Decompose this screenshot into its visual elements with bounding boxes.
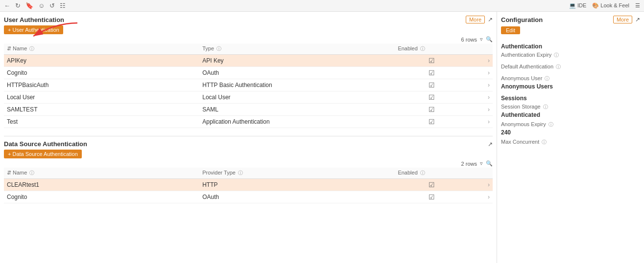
row-type: SAML (199, 104, 395, 116)
ds-filter-icon[interactable]: ▿ (480, 160, 483, 167)
table-row[interactable]: Test Application Authentication ☑ › (4, 116, 493, 128)
table-row[interactable]: HTTPBasicAuth HTTP Basic Authentication … (4, 79, 493, 91)
row-name: APIKey (4, 55, 199, 67)
checkbox-icon[interactable]: ☑ (429, 93, 435, 101)
user-auth-title: User Authentication (4, 16, 64, 23)
auth-subsection-title: Authentication (501, 43, 640, 50)
checkbox-icon[interactable]: ☑ (429, 106, 435, 113)
ds-checkbox-icon[interactable]: ☑ (429, 181, 435, 189)
anonymous-user-value: Anonymous Users (501, 83, 640, 90)
ide-label[interactable]: 💻 IDE (569, 2, 586, 9)
anonymous-user-info-icon: ⓘ (545, 76, 549, 81)
checkbox-icon[interactable]: ☑ (429, 118, 435, 126)
row-name: Test (4, 116, 199, 128)
row-name: HTTPBasicAuth (4, 79, 199, 91)
row-arrow[interactable]: › (468, 91, 493, 104)
row-expand-icon: › (488, 69, 490, 76)
session-storage-field: Session Storage ⓘ Authenticated (501, 104, 640, 118)
ds-row-arrow[interactable]: › (468, 179, 493, 191)
search-icon[interactable]: 🔍 (486, 36, 493, 43)
grid-icon[interactable]: ☷ (60, 2, 66, 9)
row-arrow[interactable]: › (468, 55, 493, 67)
anonymous-expiry-label: Anonymous Expiry ⓘ (501, 121, 640, 128)
row-expand-icon: › (488, 94, 490, 101)
row-type: HTTP Basic Authentication (199, 79, 395, 91)
config-more-button[interactable]: More (613, 16, 632, 23)
row-expand-icon: › (488, 106, 490, 113)
ds-row-provider-type: HTTP (199, 179, 395, 191)
data-source-expand-icon[interactable]: ↗ (488, 141, 493, 148)
default-auth-info-icon: ⓘ (556, 64, 561, 69)
table-row[interactable]: APIKey API Key ☑ › (4, 55, 493, 67)
top-bar-left: ← ↻ 🔖 ☺ ↺ ☷ (4, 2, 66, 9)
row-expand-icon: › (488, 82, 490, 88)
ds-row-expand-icon: › (488, 181, 490, 188)
ds-type-info-icon: ⓘ (238, 170, 243, 175)
user-auth-more-button[interactable]: More (466, 16, 485, 23)
user-auth-table: ⇵ Name ⓘ Type ⓘ Enabled ⓘ (4, 44, 493, 128)
user-icon[interactable]: ☺ (38, 2, 45, 9)
filter-icon[interactable]: ▿ (480, 36, 483, 43)
refresh-icon[interactable]: ↻ (15, 2, 21, 9)
ds-row-arrow[interactable]: › (468, 191, 493, 203)
look-feel-label[interactable]: 🎨 Look & Feel (592, 2, 629, 9)
row-name: SAMLTEST (4, 104, 199, 116)
row-enabled: ☑ (395, 91, 468, 104)
table-row[interactable]: SAMLTEST SAML ☑ › (4, 104, 493, 116)
add-user-auth-button[interactable]: + User Authentication (4, 25, 63, 34)
checkbox-icon[interactable]: ☑ (429, 57, 435, 65)
ds-search-icon[interactable]: 🔍 (486, 160, 493, 167)
session-storage-label: Session Storage ⓘ (501, 104, 640, 110)
ds-col-header-provider-type: Provider Type ⓘ (199, 168, 395, 179)
table-row[interactable]: Local User Local User ☑ › (4, 91, 493, 104)
data-source-auth-table: ⇵ Name ⓘ Provider Type ⓘ Enabled ⓘ (4, 168, 493, 203)
sessions-subsection-title: Sessions (501, 95, 640, 102)
row-arrow[interactable]: › (468, 79, 493, 91)
name-info-icon: ⓘ (29, 46, 34, 51)
user-auth-section: User Authentication More ↗ + User Authen (4, 16, 493, 128)
menu-icon[interactable]: ☰ (635, 2, 640, 9)
config-edit-button[interactable]: Edit (501, 26, 520, 34)
back-icon[interactable]: ← (4, 2, 10, 9)
row-type: API Key (199, 55, 395, 67)
config-expand-icon[interactable]: ↗ (635, 16, 640, 23)
ds-row-enabled: ☑ (395, 191, 468, 203)
ds-checkbox-icon[interactable]: ☑ (429, 193, 435, 201)
auth-expiry-info-icon: ⓘ (554, 52, 559, 58)
table-row[interactable]: Cognito OAuth ☑ › (4, 191, 493, 203)
row-arrow[interactable]: › (468, 67, 493, 79)
ds-enabled-info-icon: ⓘ (420, 170, 425, 175)
left-panel: User Authentication More ↗ + User Authen (0, 12, 497, 263)
row-arrow[interactable]: › (468, 104, 493, 116)
data-source-auth-table-header: ⇵ Name ⓘ Provider Type ⓘ Enabled ⓘ (4, 168, 493, 179)
row-enabled: ☑ (395, 79, 468, 91)
row-type: OAuth (199, 67, 395, 79)
row-enabled: ☑ (395, 67, 468, 79)
row-enabled: ☑ (395, 104, 468, 116)
table-row[interactable]: Cognito OAuth ☑ › (4, 67, 493, 79)
row-type: Application Authentication (199, 116, 395, 128)
max-concurrent-info-icon: ⓘ (542, 139, 547, 145)
table-row[interactable]: CLEARtest1 HTTP ☑ › (4, 179, 493, 191)
data-source-rows-count: 2 rows (461, 161, 477, 167)
user-auth-rows-count: 6 rows (461, 37, 477, 43)
row-name: Local User (4, 91, 199, 104)
anonymous-user-label: Anonymous User ⓘ (501, 75, 640, 82)
ds-name-info-icon: ⓘ (29, 170, 34, 175)
ds-row-name: Cognito (4, 191, 199, 203)
user-auth-expand-icon[interactable]: ↗ (488, 16, 493, 23)
checkbox-icon[interactable]: ☑ (429, 69, 435, 77)
row-arrow[interactable]: › (468, 116, 493, 128)
top-bar-right: 💻 IDE 🎨 Look & Feel ☰ (569, 2, 640, 9)
config-header: Configuration More ↗ (501, 16, 640, 23)
enabled-info-icon: ⓘ (420, 46, 425, 51)
col-header-type: Type ⓘ (199, 44, 395, 55)
main-layout: User Authentication More ↗ + User Authen (0, 12, 644, 263)
checkbox-icon[interactable]: ☑ (429, 81, 435, 89)
col-header-enabled: Enabled ⓘ (395, 44, 468, 55)
arrow-annotation: + User Authentication (4, 25, 63, 36)
redo-icon[interactable]: ↺ (49, 2, 55, 9)
bookmark-icon[interactable]: 🔖 (25, 2, 33, 9)
data-source-auth-actions: ↗ (488, 141, 493, 148)
add-data-source-auth-button[interactable]: + Data Source Authentication (4, 150, 82, 158)
